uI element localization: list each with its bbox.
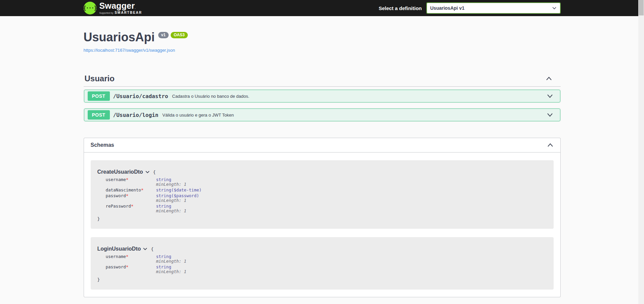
operation-description: Cadastra o Usuário no banco de dados. — [172, 94, 249, 99]
schemas-header[interactable]: Schemas — [84, 138, 560, 153]
spec-url-link[interactable]: https://localhost:7167/swagger/v1/swagge… — [84, 48, 175, 53]
property-name: username — [106, 254, 126, 259]
api-title-text: UsuariosApi — [84, 31, 155, 43]
required-star: * — [126, 254, 129, 259]
property-type: string — [156, 254, 186, 259]
required-star: * — [126, 193, 129, 198]
logo-tagline-prefix: Supported by — [99, 12, 114, 14]
opblock-summary-cadastro[interactable]: POST /Usuario/cadastro Cadastra o Usuári… — [84, 90, 560, 102]
swagger-logo[interactable]: {···} Swagger. Supported by SMARTBEAR — [84, 2, 142, 14]
schemas-title: Schemas — [91, 142, 114, 148]
definition-select[interactable]: UsuariosApi v1 — [426, 2, 561, 14]
property-name: password — [106, 193, 126, 198]
chevron-down-icon — [547, 94, 553, 98]
api-info: UsuariosApi v1 OAS3 https://localhost:71… — [84, 16, 561, 53]
swagger-logo-text: Swagger. Supported by SMARTBEAR — [99, 2, 142, 14]
schemas-section: Schemas CreateUsuarioDto { username* str… — [84, 138, 561, 297]
logo-trademark: . — [135, 6, 136, 9]
opblock-summary-login[interactable]: POST /Usuario/login Válida o usuário e g… — [84, 109, 560, 121]
chevron-up-icon — [546, 76, 552, 81]
tag-header-usuario[interactable]: Usuario — [84, 74, 561, 87]
select-definition-label: Select a definition — [379, 5, 422, 11]
property-constraint: minLength: 1 — [156, 198, 199, 203]
model-title-row[interactable]: CreateUsuarioDto { — [97, 169, 547, 175]
oas3-badge: OAS3 — [171, 32, 188, 38]
method-badge-post: POST — [88, 110, 110, 120]
property-row: rePassword* string minLength: 1 — [106, 204, 547, 213]
property-row: password* string($password) minLength: 1 — [106, 193, 547, 203]
chevron-down-icon — [145, 170, 150, 174]
property-type: string — [156, 177, 186, 182]
open-brace: { — [151, 247, 154, 252]
property-constraint: minLength: 1 — [156, 259, 186, 264]
property-name: dataNascimento — [106, 187, 141, 192]
method-badge-post: POST — [88, 91, 110, 101]
model-login-usuario-dto: LoginUsuarioDto { username* string minLe… — [91, 237, 554, 290]
property-row: username* string minLength: 1 — [106, 254, 547, 264]
property-name: rePassword — [106, 204, 131, 209]
chevron-down-icon — [547, 113, 553, 117]
chevron-up-icon — [547, 143, 554, 147]
property-row: dataNascimento* string($date-time) — [106, 188, 547, 192]
expand-operation-button[interactable] — [547, 113, 557, 117]
property-type: string — [156, 265, 186, 269]
open-brace: { — [153, 170, 156, 175]
required-star: * — [141, 187, 144, 192]
chevron-down-icon — [143, 247, 147, 251]
operation-path: /Usuario/cadastro — [113, 93, 168, 99]
property-name: password — [106, 264, 126, 269]
property-row: username* string minLength: 1 — [106, 177, 547, 187]
property-constraint: minLength: 1 — [156, 209, 186, 213]
swagger-logo-icon: {···} — [84, 2, 96, 14]
property-type: string($password) — [156, 193, 199, 198]
collapse-schemas-button[interactable] — [547, 143, 554, 147]
scrollbar[interactable] — [638, 0, 644, 304]
tag-name: Usuario — [85, 74, 115, 83]
model-title-row[interactable]: LoginUsuarioDto { — [97, 246, 547, 252]
required-star: * — [126, 177, 129, 182]
required-star: * — [126, 264, 129, 269]
property-type: string — [156, 204, 186, 209]
topbar: {···} Swagger. Supported by SMARTBEAR Se… — [0, 0, 644, 16]
scrollbar-thumb[interactable] — [639, 0, 644, 15]
model-name: LoginUsuarioDto — [97, 246, 141, 252]
property-constraint: minLength: 1 — [156, 269, 186, 274]
logo-tagline-brand: SMARTBEAR — [115, 11, 142, 14]
property-name: username — [106, 177, 126, 182]
opblock-post-cadastro: POST /Usuario/cadastro Cadastra o Usuári… — [84, 90, 560, 102]
operation-description: Válida o usuário e gera o JWT Token — [162, 113, 234, 118]
expand-operation-button[interactable] — [547, 94, 557, 98]
opblock-post-login: POST /Usuario/login Válida o usuário e g… — [84, 108, 560, 121]
logo-title-text: Swagger — [99, 1, 135, 10]
model-create-usuario-dto: CreateUsuarioDto { username* string minL… — [91, 160, 554, 229]
property-constraint: minLength: 1 — [156, 182, 186, 187]
collapse-tag-button[interactable] — [546, 76, 552, 81]
tag-section-usuario: Usuario POST /Usuario/cadastro Cadastra … — [84, 74, 561, 121]
operation-path: /Usuario/login — [113, 112, 159, 118]
required-star: * — [131, 204, 134, 209]
model-name: CreateUsuarioDto — [97, 169, 143, 175]
close-brace: } — [97, 277, 547, 282]
property-type: string($date-time) — [156, 188, 202, 192]
version-badge: v1 — [158, 32, 169, 38]
property-row: password* string minLength: 1 — [106, 265, 547, 274]
close-brace: } — [97, 216, 547, 221]
page-title: UsuariosApi v1 OAS3 — [84, 31, 561, 43]
